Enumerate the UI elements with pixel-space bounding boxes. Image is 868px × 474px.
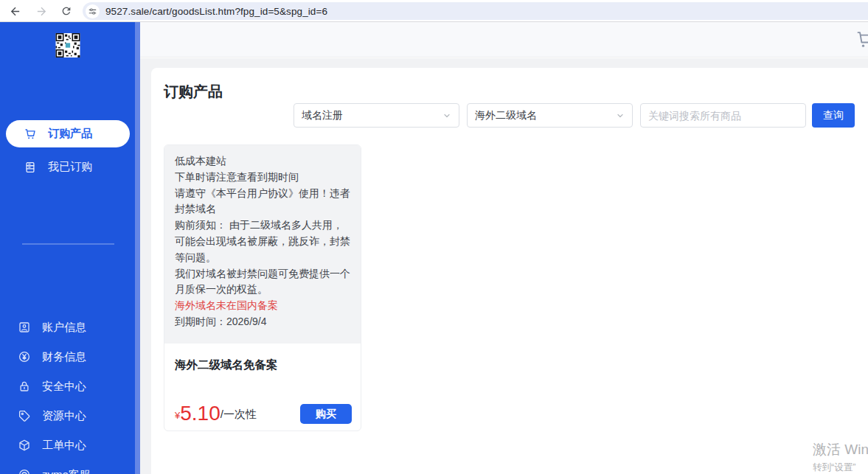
account-card-icon [18,321,31,334]
search-input[interactable] [640,103,806,128]
notice-line: 我们对域名被封禁问题可免费提供一个月质保一次的权益。 [175,266,350,299]
sidebar-item-order-products[interactable]: 订购产品 [6,120,130,147]
sidebar-bottom-menu: 账户信息 财务信息 安全中心 资源中心 工单中心 [0,313,135,474]
site-settings-icon [88,7,97,16]
chevron-down-icon [616,111,625,120]
sidebar-scrollbar[interactable] [135,22,140,474]
main-topbar [140,22,868,57]
url-text[interactable]: 9527.sale/cart/goodsList.htm?fpg_id=5&sp… [105,6,327,17]
product-warning: 海外域名未在国内备案 [175,298,350,314]
sidebar-item-resource-center[interactable]: 资源中心 [0,401,124,431]
arrow-back-icon [9,5,21,18]
cube-icon [18,439,31,452]
sidebar-item-label: 资源中心 [42,409,86,423]
site-settings-chip[interactable] [86,4,100,18]
activate-windows-watermark: 激活 Win 转到“设置” [813,440,868,474]
product-notice: 低成本建站 下单时请注意查看到期时间 请遵守《本平台用户协议》使用！违者封禁域名… [164,145,361,344]
category-select-value: 域名注册 [302,109,343,122]
price-row: ¥ 5.10 /一次性 购买 [175,403,352,424]
product-card: 低成本建站 下单时请注意查看到期时间 请遵守《本平台用户协议》使用！违者封禁域名… [164,144,361,431]
product-summary: 海外二级域名免备案 ¥ 5.10 /一次性 购买 [164,344,361,431]
notice-line: 购前须知： 由于二级域名多人共用，可能会出现域名被屏蔽，跳反诈，封禁等问题。 [175,217,350,265]
subcategory-select-value: 海外二级域名 [475,109,537,122]
sidebar-item-finance-info[interactable]: 财务信息 [0,342,124,372]
sidebar-item-zyme-support[interactable]: zyme客服 [0,460,124,474]
search-button[interactable]: 查询 [812,103,855,128]
sidebar-item-account-info[interactable]: 账户信息 [0,313,124,342]
watermark-line1: 激活 Win [813,440,868,459]
reload-icon [60,5,72,17]
cart-icon[interactable] [855,29,868,50]
qr-code [55,33,81,57]
sidebar-item-label: 工单中心 [42,439,86,453]
order-list-icon [24,161,37,174]
support-headset-icon [18,468,31,474]
price-amount: 5.10 [180,403,221,424]
sidebar-item-label: 安全中心 [42,380,86,394]
address-bar[interactable]: 9527.sale/cart/goodsList.htm?fpg_id=5&sp… [83,2,868,20]
sidebar-item-security-center[interactable]: 安全中心 [0,372,124,401]
notice-line: 低成本建站 [175,153,350,170]
arrow-forward-icon [35,5,48,18]
sidebar-item-my-orders[interactable]: 我已订购 [6,153,130,181]
sidebar-divider [22,243,114,245]
sidebar-item-label: 我已订购 [48,160,92,174]
sidebar-item-label: 账户信息 [42,321,86,335]
cart-icon [24,128,37,141]
sidebar: 订购产品 我已订购 账户信息 财务信息 安全中心 [0,22,140,474]
browser-back-button[interactable] [6,2,24,20]
product-expiry: 到期时间：2026/9/4 [175,314,350,330]
content-panel: 订购产品 域名注册 海外二级域名 查询 低成本建站 下单时请注意查看到期时间 请… [151,68,868,474]
sidebar-item-ticket-center[interactable]: 工单中心 [0,431,124,460]
watermark-line2: 转到“设置” [813,461,868,474]
subcategory-select[interactable]: 海外二级域名 [467,103,633,128]
sidebar-item-label: 财务信息 [42,350,86,364]
sidebar-item-label: 订购产品 [48,127,92,141]
browser-forward-button[interactable] [32,2,50,20]
lock-icon [18,380,31,393]
tag-icon [18,409,31,422]
chevron-down-icon [442,111,451,120]
main-content: 订购产品 域名注册 海外二级域名 查询 低成本建站 下单时请注意查看到期时间 请… [140,58,868,474]
currency-symbol: ¥ [175,410,180,421]
page-title: 订购产品 [164,82,223,102]
browser-reload-button[interactable] [58,2,75,20]
yen-coin-icon [18,350,31,363]
price-unit: /一次性 [221,408,257,422]
notice-line: 下单时请注意查看到期时间 [175,170,350,186]
sidebar-item-label: zyme客服 [42,468,91,474]
product-name: 海外二级域名免备案 [175,358,350,373]
buy-button[interactable]: 购买 [300,404,352,424]
category-select[interactable]: 域名注册 [294,103,459,128]
notice-line: 请遵守《本平台用户协议》使用！违者封禁域名 [175,186,350,218]
browser-chrome: 9527.sale/cart/goodsList.htm?fpg_id=5&sp… [0,0,868,22]
